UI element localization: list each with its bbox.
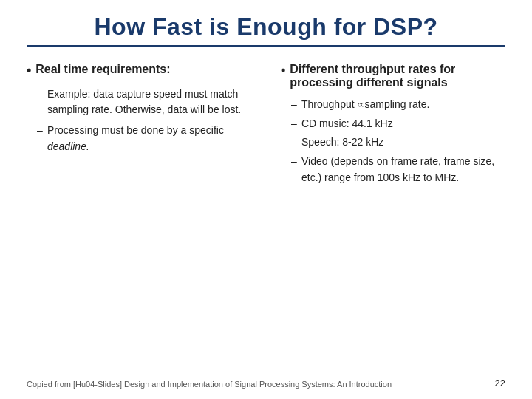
right-item-3: Speech: 8-22 kHz	[301, 136, 383, 148]
deadline-italic: deadline.	[47, 140, 89, 152]
bullet-dot-right: •	[281, 63, 285, 79]
right-item-4: Video (depends on frame rate, frame size…	[301, 155, 494, 183]
list-item: Throughput ∝sampling rate.	[291, 97, 505, 113]
slide: How Fast is Enough for DSP? • Real time …	[0, 0, 532, 399]
title-bar: How Fast is Enough for DSP?	[27, 13, 505, 47]
list-item: Speech: 8-22 kHz	[291, 134, 505, 151]
footer-copy: Copied from [Hu04-Slides] Design and Imp…	[27, 380, 392, 389]
bullet-dot-left: •	[27, 63, 31, 79]
right-item-1: Throughput ∝sampling rate.	[301, 98, 429, 110]
right-sub-list: Throughput ∝sampling rate. CD music: 44.…	[291, 97, 505, 185]
right-item-2: CD music: 44.1 kHz	[301, 117, 393, 129]
content-area: • Real time requirements: Example: data …	[27, 63, 505, 372]
left-column: • Real time requirements: Example: data …	[27, 63, 259, 372]
footer-page: 22	[495, 378, 505, 389]
list-item: Processing must be done by a specific de…	[37, 123, 251, 154]
left-item-1: Example: data capture speed must match s…	[47, 88, 241, 116]
list-item: CD music: 44.1 kHz	[291, 116, 505, 132]
footer: Copied from [Hu04-Slides] Design and Imp…	[27, 372, 505, 389]
slide-title: How Fast is Enough for DSP?	[27, 13, 505, 41]
list-item: Video (depends on frame rate, frame size…	[291, 154, 505, 185]
left-item-2-text: Processing must be done by a specific de…	[47, 124, 224, 152]
left-sub-list: Example: data capture speed must match s…	[37, 86, 251, 155]
list-item: Example: data capture speed must match s…	[37, 86, 251, 118]
left-header-text: Real time requirements:	[35, 63, 170, 76]
left-header: • Real time requirements:	[27, 63, 251, 79]
right-column: • Different throughput rates for process…	[273, 63, 505, 372]
right-header-text: Different throughput rates for processin…	[290, 63, 505, 89]
right-header: • Different throughput rates for process…	[281, 63, 505, 89]
